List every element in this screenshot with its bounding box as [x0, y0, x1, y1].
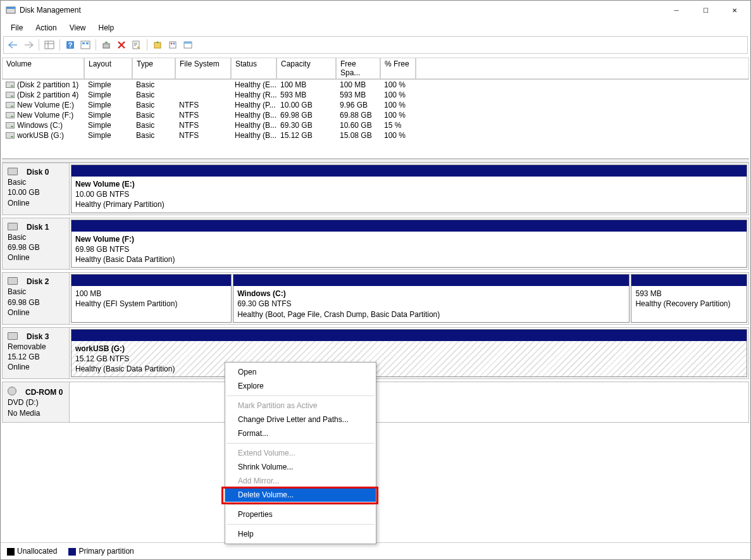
- ctx-mark-active: Mark Partition as Active: [225, 399, 376, 413]
- col-type[interactable]: Type: [132, 58, 175, 79]
- refresh-button[interactable]: [99, 38, 113, 52]
- ctx-separator: [227, 443, 375, 444]
- col-capacity[interactable]: Capacity: [276, 58, 336, 79]
- partition-container: New Volume (F:)69.98 GB NTFSHealthy (Bas…: [70, 218, 748, 270]
- partition[interactable]: New Volume (F:)69.98 GB NTFSHealthy (Bas…: [71, 220, 747, 268]
- action-button1[interactable]: [151, 38, 164, 52]
- disk-info[interactable]: Disk 1Basic69.98 GBOnline: [3, 218, 70, 270]
- partition-body: 100 MBHealthy (EFI System Partition): [71, 286, 231, 322]
- maximize-button[interactable]: ☐: [691, 1, 720, 20]
- partition[interactable]: Windows (C:)69.30 GB NTFSHealthy (Boot, …: [233, 274, 630, 323]
- close-button[interactable]: ✕: [720, 1, 749, 20]
- action-button3[interactable]: [181, 38, 195, 52]
- hdd-icon: [8, 332, 18, 340]
- ctx-delete-volume[interactable]: Delete Volume...: [225, 488, 376, 502]
- help-button[interactable]: ?: [63, 38, 77, 52]
- menubar: File Action View Help: [1, 20, 750, 36]
- back-button[interactable]: [6, 38, 20, 52]
- settings-button[interactable]: [78, 38, 92, 52]
- view-options-button[interactable]: [42, 38, 56, 52]
- volume-list[interactable]: (Disk 2 partition 1) SimpleBasic Healthy…: [2, 80, 749, 159]
- ctx-open[interactable]: Open: [225, 365, 376, 379]
- svg-rect-1: [6, 7, 15, 9]
- col-status[interactable]: Status: [231, 58, 276, 79]
- disk-info[interactable]: Disk 3Removable15.12 GBOnline: [3, 328, 70, 379]
- col-free[interactable]: Free Spa...: [336, 58, 380, 79]
- forward-button[interactable]: [22, 38, 35, 52]
- disk-row: Disk 2Basic69.98 GBOnline 100 MBHealthy …: [2, 272, 749, 325]
- col-pct[interactable]: % Free: [380, 58, 416, 79]
- disk-info[interactable]: CD-ROM 0DVD (D:)No Media: [3, 382, 70, 422]
- titlebar: Disk Management ─ ☐ ✕: [1, 1, 750, 20]
- legend-primary: Primary partition: [68, 547, 133, 556]
- partition[interactable]: 593 MBHealthy (Recovery Partition): [631, 274, 747, 323]
- legend: Unallocated Primary partition: [1, 542, 750, 559]
- volume-row[interactable]: Windows (C:) SimpleBasicNTFS Healthy (B.…: [2, 120, 749, 130]
- hdd-icon: [8, 223, 18, 230]
- partition-body: 593 MBHealthy (Recovery Partition): [631, 286, 747, 322]
- volume-icon: [6, 82, 15, 88]
- ctx-shrink[interactable]: Shrink Volume...: [225, 460, 376, 474]
- partition-body: New Volume (E:)10.00 GB NTFSHealthy (Pri…: [71, 177, 747, 213]
- partition-bar: [71, 330, 747, 341]
- legend-unallocated: Unallocated: [7, 547, 57, 556]
- partition[interactable]: 100 MBHealthy (EFI System Partition): [71, 274, 232, 323]
- col-spacer: [416, 58, 749, 79]
- ctx-properties[interactable]: Properties: [225, 507, 376, 521]
- separator-icon: [96, 39, 96, 51]
- properties-button[interactable]: [130, 38, 144, 52]
- hdd-icon: [8, 168, 18, 175]
- window-title: Disk Management: [20, 6, 662, 15]
- cd-icon: [8, 387, 16, 395]
- partition-body: New Volume (F:)69.98 GB NTFSHealthy (Bas…: [71, 232, 747, 268]
- ctx-separator: [227, 524, 375, 525]
- svg-rect-10: [103, 44, 109, 48]
- svg-point-14: [171, 43, 173, 45]
- partition-container: New Volume (E:)10.00 GB NTFSHealthy (Pri…: [70, 163, 748, 215]
- partition-body: Windows (C:)69.30 GB NTFSHealthy (Boot, …: [233, 286, 629, 322]
- disk-info[interactable]: Disk 2Basic69.98 GBOnline: [3, 273, 70, 324]
- action-button2[interactable]: [166, 38, 180, 52]
- menu-view[interactable]: View: [63, 21, 92, 35]
- svg-rect-17: [184, 42, 192, 44]
- volume-row[interactable]: New Volume (F:) SimpleBasicNTFS Healthy …: [2, 110, 749, 120]
- partition-bar: [71, 165, 747, 177]
- separator-icon: [147, 39, 147, 51]
- ctx-add-mirror: Add Mirror...: [225, 474, 376, 488]
- partition[interactable]: New Volume (E:)10.00 GB NTFSHealthy (Pri…: [71, 165, 747, 213]
- partition[interactable]: workUSB (G:)15.12 GB NTFSHealthy (Basic …: [71, 329, 747, 378]
- svg-rect-13: [170, 42, 176, 48]
- volume-row[interactable]: New Volume (E:) SimpleBasicNTFS Healthy …: [2, 100, 749, 110]
- ctx-change-letter[interactable]: Change Drive Letter and Paths...: [225, 413, 376, 426]
- partition-body: workUSB (G:)15.12 GB NTFSHealthy (Basic …: [71, 341, 747, 377]
- svg-rect-2: [45, 41, 54, 49]
- ctx-separator: [227, 504, 375, 505]
- app-icon: [6, 5, 16, 15]
- menu-file[interactable]: File: [4, 21, 29, 35]
- ctx-format[interactable]: Format...: [225, 426, 376, 440]
- ctx-help[interactable]: Help: [225, 527, 376, 541]
- partition-bar: [233, 275, 629, 286]
- partition-container: [70, 382, 748, 422]
- volume-icon: [6, 112, 15, 118]
- svg-text:?: ?: [68, 41, 73, 49]
- svg-rect-12: [154, 42, 161, 48]
- menu-action[interactable]: Action: [29, 21, 63, 35]
- volume-icon: [6, 132, 15, 139]
- ctx-extend: Extend Volume...: [225, 446, 376, 460]
- disk-row: Disk 0Basic10.00 GBOnline New Volume (E:…: [2, 163, 749, 215]
- ctx-explore[interactable]: Explore: [225, 379, 376, 393]
- disk-info[interactable]: Disk 0Basic10.00 GBOnline: [3, 163, 70, 215]
- delete-button[interactable]: [115, 38, 128, 52]
- volume-row[interactable]: (Disk 2 partition 4) SimpleBasic Healthy…: [2, 90, 749, 100]
- volume-row[interactable]: workUSB (G:) SimpleBasicNTFS Healthy (B.…: [2, 130, 749, 140]
- ctx-separator: [227, 395, 375, 396]
- col-layout[interactable]: Layout: [84, 58, 132, 79]
- volume-row[interactable]: (Disk 2 partition 1) SimpleBasic Healthy…: [2, 80, 749, 90]
- minimize-button[interactable]: ─: [662, 1, 691, 20]
- separator-icon: [59, 39, 60, 51]
- menu-help[interactable]: Help: [92, 21, 121, 35]
- col-fs[interactable]: File System: [175, 58, 231, 79]
- col-volume[interactable]: Volume: [2, 58, 84, 79]
- disk-row: Disk 1Basic69.98 GBOnline New Volume (F:…: [2, 218, 749, 270]
